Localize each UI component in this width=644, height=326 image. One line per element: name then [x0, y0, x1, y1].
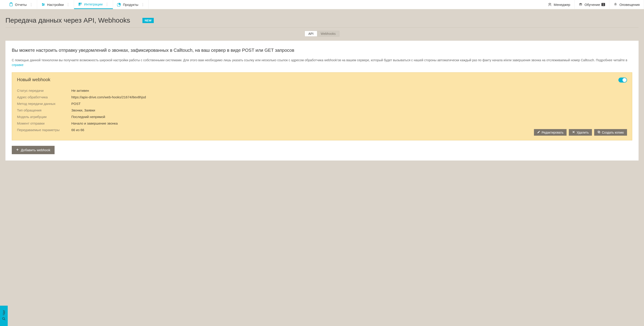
nav-item-products[interactable]: Продукты ⋮: [113, 0, 149, 9]
row-label: Адрес обработчика: [17, 95, 71, 99]
button-label: Редактировать: [542, 131, 564, 134]
webhook-actions: Редактировать Удалить Создать копию: [17, 129, 627, 136]
nav-item-integrations[interactable]: Интеграции ⋮: [74, 0, 113, 9]
button-label: Добавить webhook: [21, 148, 50, 152]
webhook-toggle[interactable]: [618, 78, 627, 83]
top-nav: Отчеты ⋮ Настройки ⋮ Интеграции ⋮ Продук…: [0, 0, 644, 9]
add-webhook-button[interactable]: Добавить webhook: [12, 146, 54, 154]
toggle-knob: [622, 78, 626, 82]
row-label: Момент отправки: [17, 121, 71, 125]
nav-right-group: Менеджер Обучение 1 Оповещения: [544, 0, 644, 9]
row-label: Передаваемые параметры: [17, 128, 71, 132]
copy-button[interactable]: Создать копию: [594, 129, 627, 136]
button-label: Создать копию: [602, 131, 624, 134]
row-label: Модель атрибуции: [17, 115, 71, 119]
nav-item-settings[interactable]: Настройки ⋮: [37, 0, 74, 9]
nav-menu-dots-icon[interactable]: ⋮: [66, 2, 70, 6]
svg-point-7: [42, 5, 43, 6]
subtabs-row: API Webhooks: [6, 27, 638, 41]
tab-webhooks[interactable]: Webhooks: [317, 31, 339, 36]
svg-rect-10: [79, 4, 80, 5]
row-value: Звонки, Заявки: [71, 108, 95, 112]
panel-desc-text: С помощью данной технологии вы получаете…: [12, 58, 627, 62]
products-icon: [117, 2, 121, 6]
webhook-row: Статус передачи Не активен: [17, 87, 627, 94]
copy-icon: [597, 131, 600, 134]
tab-api[interactable]: API: [305, 31, 317, 36]
nav-label: Настройки: [47, 3, 64, 6]
help-link[interactable]: справке: [12, 63, 24, 67]
nav-item-reports[interactable]: Отчеты ⋮: [5, 0, 37, 9]
webhook-row: Метод передачи данных POST: [17, 100, 627, 107]
reports-icon: [9, 2, 13, 6]
nav-item-training[interactable]: Обучение 1: [574, 0, 609, 9]
nav-label: Менеджер: [554, 3, 570, 6]
row-value: https://apix-drive.com/web-hooks/21674/8…: [71, 95, 146, 99]
row-value: Не активен: [71, 89, 89, 92]
webhook-row: Тип обращения Звонки, Заявки: [17, 107, 627, 114]
add-webhook-row: Добавить webhook: [12, 146, 632, 154]
row-value: 66 из 66: [71, 128, 84, 132]
nav-menu-dots-icon[interactable]: ⋮: [141, 2, 144, 6]
subtab-group: API Webhooks: [304, 31, 340, 37]
row-label: Статус передачи: [17, 89, 71, 92]
row-value: Начало и завершение звонка: [71, 121, 118, 125]
nav-label: Отчеты: [15, 3, 27, 6]
integrations-icon: [78, 2, 82, 6]
webhook-title: Новый webhook: [17, 77, 627, 82]
nav-item-manager[interactable]: Менеджер: [544, 0, 574, 9]
new-badge: NEW: [142, 18, 154, 23]
row-label: Метод передачи данных: [17, 102, 71, 106]
row-value: POST: [71, 102, 80, 106]
delete-button[interactable]: Удалить: [569, 129, 592, 136]
button-label: Удалить: [576, 131, 588, 134]
plus-icon: [16, 148, 19, 152]
svg-rect-1: [10, 3, 12, 3]
nav-menu-dots-icon[interactable]: ⋮: [30, 2, 33, 6]
nav-label: Оповещения: [619, 3, 640, 6]
page-title: Передача данных через API, Webhooks: [6, 16, 130, 24]
nav-label: Обучение: [584, 3, 600, 6]
svg-rect-8: [79, 3, 80, 4]
edit-button[interactable]: Редактировать: [534, 129, 567, 136]
main-panel: Вы можете настроить отправку уведомлений…: [6, 41, 638, 161]
webhook-row: Момент отправки Начало и завершение звон…: [17, 120, 627, 127]
panel-description: С помощью данной технологии вы получаете…: [12, 58, 632, 67]
page-header: Передача данных через API, Webhooks NEW: [6, 9, 638, 27]
panel-heading: Вы можете настроить отправку уведомлений…: [12, 47, 632, 53]
webhook-row: Адрес обработчика https://apix-drive.com…: [17, 94, 627, 100]
svg-point-5: [42, 3, 43, 4]
close-icon: [572, 131, 575, 134]
pencil-icon: [537, 131, 540, 134]
svg-rect-14: [598, 132, 600, 133]
webhook-card: Новый webhook Статус передачи Не активен…: [12, 72, 632, 140]
nav-label: Интеграции: [84, 2, 102, 6]
row-value: Последний непрямой: [71, 115, 105, 119]
nav-menu-dots-icon[interactable]: ⋮: [105, 2, 109, 6]
webhook-row: Модель атрибуции Последний непрямой: [17, 114, 627, 120]
training-badge: 1: [602, 3, 605, 6]
training-icon: [578, 2, 583, 6]
page-body: Передача данных через API, Webhooks NEW …: [0, 9, 644, 161]
nav-left-group: Отчеты ⋮ Настройки ⋮ Интеграции ⋮ Продук…: [5, 0, 149, 9]
svg-rect-15: [598, 131, 600, 133]
svg-point-6: [44, 4, 44, 5]
settings-icon: [41, 2, 45, 6]
svg-rect-9: [80, 3, 82, 4]
nav-item-notifications[interactable]: Оповещения: [609, 0, 644, 9]
bell-icon: [614, 2, 618, 6]
row-label: Тип обращения: [17, 108, 71, 112]
nav-label: Продукты: [123, 3, 138, 6]
manager-icon: [548, 2, 552, 6]
